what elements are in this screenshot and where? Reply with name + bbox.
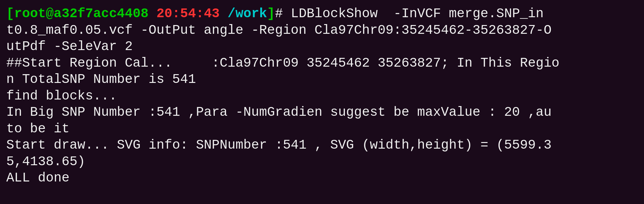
prompt-hash: # — [275, 6, 283, 21]
prompt-close-bracket: ] — [267, 6, 275, 21]
prompt-open-bracket: [ — [6, 6, 14, 21]
prompt-time: 20:54:43 — [156, 6, 220, 21]
terminal-line-8: to be it — [6, 121, 638, 137]
terminal-line-5: n TotalSNP Number is 541 — [6, 71, 638, 88]
terminal-line-3: utPdf -SeleVar 2 — [6, 38, 638, 55]
terminal-line-9: Start draw... SVG info: SNPNumber :541 ,… — [6, 137, 638, 154]
command-text-line1: LDBlockShow -InVCF merge.SNP_in — [283, 6, 544, 21]
terminal-line-7: In Big SNP Number :541 ,Para -NumGradien… — [6, 104, 638, 121]
terminal-line-11: ALL done — [6, 170, 638, 186]
terminal-window: [root@a32f7acc4408 20:54:43 /work]# LDBl… — [6, 6, 638, 198]
terminal-line-10: 5,4138.65) — [6, 154, 638, 170]
terminal-line-1: [root@a32f7acc4408 20:54:43 /work]# LDBl… — [6, 6, 638, 22]
terminal-line-6: find blocks... — [6, 88, 638, 105]
prompt-user-host: root@a32f7acc4408 — [14, 6, 148, 21]
terminal-line-2: t0.8_maf0.05.vcf -OutPut angle -Region C… — [6, 22, 638, 39]
prompt-path: /work — [228, 6, 267, 21]
terminal-line-4: ##Start Region Cal... :Cla97Chr09 352454… — [6, 55, 638, 72]
